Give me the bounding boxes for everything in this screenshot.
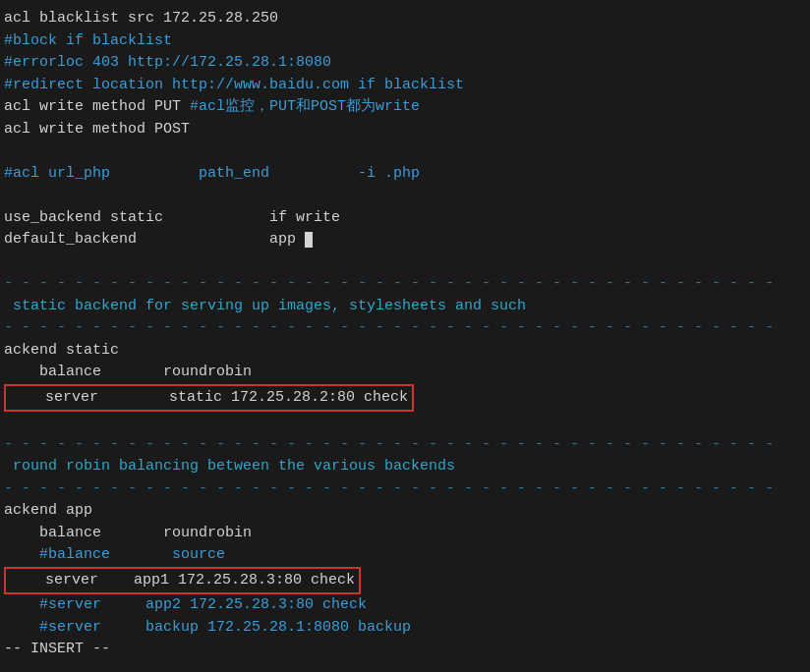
dashed-separator: - - - - - - - - - - - - - - - - - - - - …: [4, 434, 806, 457]
insert-mode-indicator: -- INSERT --: [4, 639, 806, 661]
code-line: balance roundrobin: [4, 362, 806, 384]
code-line: acl write method PUT #acl监控，PUT和POST都为wr…: [4, 96, 806, 119]
code-line: default_backend app: [4, 229, 806, 252]
code-line-boxed: server app1 172.25.28.3:80 check: [4, 567, 806, 595]
terminal: acl blacklist src 172.25.28.250 #block i…: [0, 0, 810, 672]
highlight-box: server static 172.25.28.2:80 check: [4, 384, 414, 413]
code-line: #block if blacklist: [4, 30, 806, 53]
dashed-separator: - - - - - - - - - - - - - - - - - - - - …: [4, 273, 806, 296]
code-line: acl write method POST: [4, 119, 806, 141]
dashed-separator: - - - - - - - - - - - - - - - - - - - - …: [4, 478, 806, 501]
code-line: #redirect location http://www.baidu.com …: [4, 75, 806, 97]
highlight-box: server app1 172.25.28.3:80 check: [4, 567, 361, 595]
code-line: [4, 140, 806, 163]
cursor: [305, 232, 313, 248]
code-line: #balance source: [4, 544, 806, 567]
code-line-boxed: server static 172.25.28.2:80 check: [4, 384, 806, 413]
section-comment: static backend for serving up images, st…: [4, 296, 806, 318]
code-line: [4, 412, 806, 434]
code-line: #acl url_php path_end -i .php: [4, 163, 806, 186]
code-line: ackend app: [4, 500, 806, 523]
code-line: #server app2 172.25.28.3:80 check: [4, 594, 806, 617]
code-line: balance roundrobin: [4, 523, 806, 545]
dashed-separator: - - - - - - - - - - - - - - - - - - - - …: [4, 317, 806, 340]
code-line: use_backend static if write: [4, 207, 806, 230]
code-line: #server backup 172.25.28.1:8080 backup: [4, 617, 806, 640]
code-line: [4, 185, 806, 207]
section-comment: round robin balancing between the variou…: [4, 456, 806, 478]
code-line: [4, 252, 806, 274]
code-line: acl blacklist src 172.25.28.250: [4, 8, 806, 30]
code-line: #errorloc 403 http://172.25.28.1:8080: [4, 52, 806, 75]
code-line: ackend static: [4, 340, 806, 363]
